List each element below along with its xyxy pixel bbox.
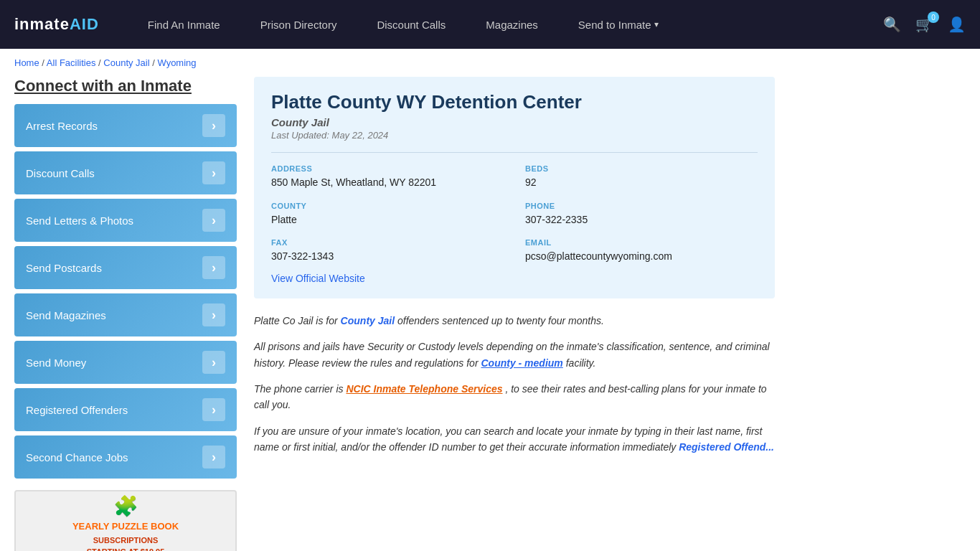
main-nav: inmateAID Find An Inmate Prison Director… (0, 0, 980, 49)
arrow-icon: › (202, 303, 225, 326)
arrow-icon: › (202, 256, 225, 279)
main-layout: Connect with an Inmate Arrest Records › … (0, 77, 789, 551)
address-value: 850 Maple St, Wheatland, WY 82201 (271, 176, 504, 190)
registered-offenders-link[interactable]: Registered Offend... (679, 441, 774, 453)
arrow-icon: › (202, 351, 225, 374)
logo-text: inmateAID (14, 15, 99, 33)
breadcrumb: Home / All Facilities / County Jail / Wy… (0, 49, 980, 77)
sidebar-ad[interactable]: 🧩 YEARLY PUZZLE BOOK SUBSCRIPTIONS START… (14, 490, 237, 551)
beds-block: BEDS 92 (525, 164, 758, 190)
county-value: Platte (271, 213, 504, 227)
breadcrumb-home[interactable]: Home (14, 57, 39, 68)
nav-send-to-inmate[interactable]: Send to Inmate ▾ (558, 0, 679, 49)
arrest-records-button[interactable]: Arrest Records › (14, 104, 237, 147)
logo[interactable]: inmateAID (14, 15, 99, 34)
nav-discount-calls[interactable]: Discount Calls (357, 0, 466, 49)
arrow-icon: › (202, 446, 225, 468)
arrow-icon: › (202, 161, 225, 184)
desc-para2: All prisons and jails have Security or C… (254, 339, 775, 371)
nav-prison-directory[interactable]: Prison Directory (240, 0, 357, 49)
discount-calls-button[interactable]: Discount Calls › (14, 151, 237, 194)
breadcrumb-all-facilities[interactable]: All Facilities (47, 57, 96, 68)
ncic-link[interactable]: NCIC Inmate Telephone Services (346, 383, 502, 395)
county-block: COUNTY Platte (271, 202, 504, 227)
county-label: COUNTY (271, 202, 504, 210)
facility-type: County Jail (271, 116, 758, 128)
facility-name: Platte County WY Detention Center (271, 91, 758, 113)
second-chance-jobs-button[interactable]: Second Chance Jobs › (14, 435, 237, 479)
fax-label: FAX (271, 238, 504, 247)
registered-offenders-button[interactable]: Registered Offenders › (14, 388, 237, 431)
desc-para3: The phone carrier is NCIC Inmate Telepho… (254, 381, 775, 413)
official-website-link[interactable]: View Official Website (271, 273, 365, 284)
facility-card: Platte County WY Detention Center County… (254, 77, 775, 298)
email-block: EMAIL pcso@plattecountywyoming.com (525, 238, 758, 264)
breadcrumb-wyoming[interactable]: Wyoming (157, 57, 196, 68)
sidebar-title: Connect with an Inmate (14, 77, 237, 95)
phone-label: PHONE (525, 202, 758, 210)
phone-block: PHONE 307-322-2335 (525, 202, 758, 227)
county-jail-link[interactable]: County Jail (341, 315, 395, 326)
fax-value: 307-322-1343 (271, 250, 504, 264)
email-label: EMAIL (525, 238, 758, 247)
beds-value: 92 (525, 176, 758, 190)
fax-block: FAX 307-322-1343 (271, 238, 504, 264)
send-postcards-button[interactable]: Send Postcards › (14, 246, 237, 289)
cart-badge: 0 (928, 11, 939, 23)
address-label: ADDRESS (271, 164, 504, 173)
desc-para1: Platte Co Jail is for County Jail offend… (254, 313, 775, 329)
ad-title: YEARLY PUZZLE BOOK (72, 521, 179, 533)
send-magazines-button[interactable]: Send Magazines › (14, 293, 237, 336)
beds-label: BEDS (525, 164, 758, 173)
address-block: ADDRESS 850 Maple St, Wheatland, WY 8220… (271, 164, 504, 190)
nav-magazines[interactable]: Magazines (466, 0, 558, 49)
description-section: Platte Co Jail is for County Jail offend… (254, 313, 775, 456)
arrow-icon: › (202, 398, 225, 421)
puzzle-icon: 🧩 (113, 494, 138, 518)
email-value: pcso@plattecountywyoming.com (525, 250, 758, 264)
county-medium-link[interactable]: County - medium (481, 357, 562, 369)
user-icon[interactable]: 👤 (948, 16, 966, 33)
nav-icons: 🔍 🛒 0 👤 (883, 16, 966, 33)
breadcrumb-county-jail[interactable]: County Jail (103, 57, 149, 68)
dropdown-arrow-icon: ▾ (654, 19, 659, 29)
nav-links: Find An Inmate Prison Directory Discount… (128, 0, 883, 49)
facility-updated: Last Updated: May 22, 2024 (271, 130, 758, 141)
content-area: Platte County WY Detention Center County… (254, 77, 775, 551)
sidebar: Connect with an Inmate Arrest Records › … (14, 77, 237, 551)
send-letters-button[interactable]: Send Letters & Photos › (14, 199, 237, 242)
ad-price: STARTING AT $19.95 (87, 547, 165, 551)
info-grid: ADDRESS 850 Maple St, Wheatland, WY 8220… (271, 152, 758, 264)
ad-subtitle: SUBSCRIPTIONS (93, 536, 158, 545)
desc-para4: If you are unsure of your inmate's locat… (254, 423, 775, 456)
search-icon[interactable]: 🔍 (883, 16, 901, 33)
send-money-button[interactable]: Send Money › (14, 341, 237, 384)
cart-icon[interactable]: 🛒 0 (915, 16, 933, 33)
arrow-icon: › (202, 209, 225, 232)
phone-value: 307-322-2335 (525, 213, 758, 227)
arrow-icon: › (202, 114, 225, 137)
nav-find-inmate[interactable]: Find An Inmate (128, 0, 240, 49)
